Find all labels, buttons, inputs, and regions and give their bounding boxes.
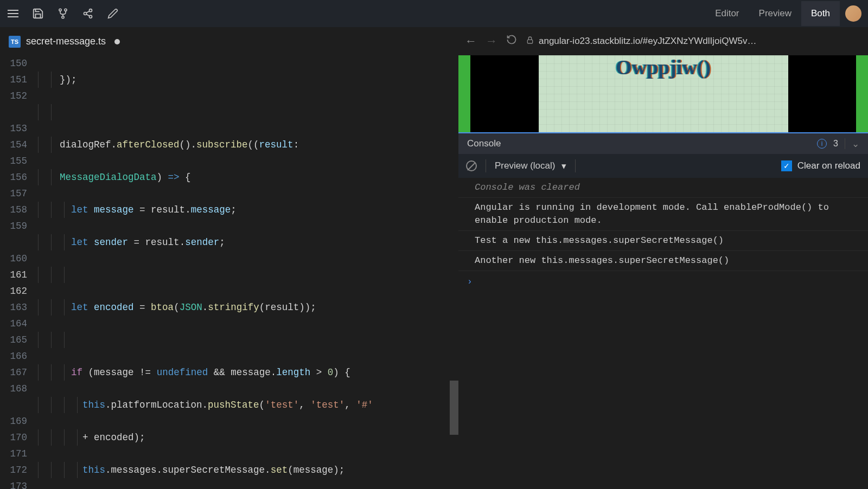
log-entry: Test a new this.messages.superSecretMess… (458, 231, 868, 251)
reload-icon[interactable] (506, 34, 517, 48)
console-prompt[interactable]: › (458, 271, 868, 293)
svg-line-6 (86, 11, 90, 12)
view-tab-editor[interactable]: Editor (705, 1, 749, 26)
typescript-badge-icon: TS (9, 36, 21, 48)
console-log[interactable]: Console was cleared Angular is running i… (458, 178, 868, 489)
edit-icon[interactable] (106, 7, 119, 20)
top-toolbar: Editor Preview Both (0, 0, 868, 27)
clear-on-reload-toggle[interactable]: ✓ Clear on reload (781, 160, 860, 171)
fork-icon[interactable] (56, 7, 69, 20)
share-icon[interactable] (81, 7, 94, 20)
dirty-indicator-icon (114, 39, 120, 44)
nav-back-icon[interactable]: ← (465, 34, 477, 48)
log-entry: Console was cleared (458, 178, 868, 198)
preview-pane: Owppjiw() Console i 3 ⌄ Preview (local) … (458, 55, 868, 489)
view-tab-both[interactable]: Both (801, 1, 840, 26)
code-area[interactable]: }); dialogRef.afterClosed().subscribe((r… (38, 55, 458, 489)
nav-forward-icon[interactable]: → (486, 34, 497, 48)
view-tab-preview[interactable]: Preview (749, 1, 801, 26)
save-icon[interactable] (31, 7, 44, 20)
menu-icon[interactable] (7, 7, 20, 20)
svg-point-0 (59, 9, 61, 11)
clear-console-icon[interactable] (466, 160, 477, 171)
url-bar[interactable]: angular-io23.stackblitz.io/#eyJtZXNzYWdl… (526, 36, 861, 47)
svg-line-7 (86, 14, 90, 16)
console-header[interactable]: Console i 3 ⌄ (458, 132, 868, 154)
chevron-down-icon: ▾ (561, 160, 566, 172)
chevron-down-icon[interactable]: ⌄ (852, 138, 859, 150)
svg-point-5 (90, 15, 92, 18)
editor-scrollbar[interactable] (450, 381, 458, 435)
line-gutter: 150151152 153154155156157158159 16016116… (0, 55, 38, 489)
console-source-select[interactable]: Preview (local) ▾ (495, 160, 566, 172)
console-count: 3 (833, 139, 838, 149)
console-tab-label: Console (467, 138, 501, 149)
preview-viewport[interactable]: Owppjiw() (458, 55, 868, 132)
log-entry: Another new this.messages.superSecretMes… (458, 251, 868, 271)
console-toolbar: Preview (local) ▾ ✓ Clear on reload (458, 154, 868, 178)
svg-rect-10 (527, 40, 532, 43)
prompt-icon: › (467, 277, 473, 287)
editor-pane[interactable]: 150151152 153154155156157158159 16016116… (0, 55, 458, 489)
lock-icon (526, 36, 534, 47)
log-entry: Angular is running in development mode. … (458, 198, 868, 231)
info-icon: i (817, 139, 827, 149)
svg-point-4 (84, 12, 87, 15)
svg-point-1 (65, 9, 67, 11)
checkbox-icon[interactable]: ✓ (781, 160, 792, 171)
file-tab[interactable]: TS secret-message.ts (0, 27, 129, 55)
file-name: secret-message.ts (26, 36, 106, 47)
url-text: angular-io23.stackblitz.io/#eyJtZXNzYWdl… (539, 36, 757, 47)
avatar[interactable] (845, 5, 861, 22)
browser-bar: ← → angular-io23.stackblitz.io/#eyJtZXNz… (458, 27, 868, 55)
preview-text: Owppjiw() (616, 55, 711, 79)
svg-point-3 (90, 9, 92, 12)
svg-point-2 (62, 16, 64, 18)
